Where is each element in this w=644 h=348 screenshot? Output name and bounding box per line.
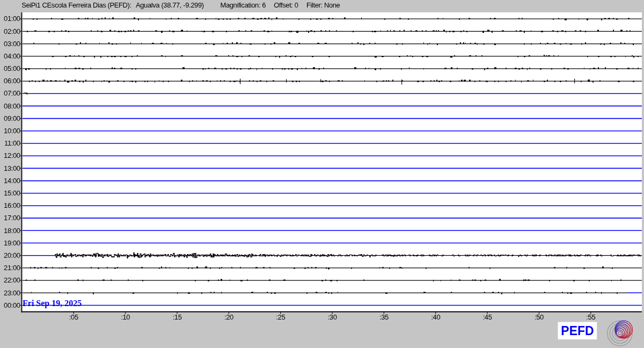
svg-text::10: :10 (121, 313, 130, 321)
svg-text:16:00: 16:00 (4, 201, 20, 209)
svg-text:Fri Sep 19, 2025: Fri Sep 19, 2025 (23, 299, 82, 308)
svg-text::20: :20 (224, 313, 233, 321)
svg-text:08:00: 08:00 (4, 102, 20, 110)
svg-text:11:00: 11:00 (4, 139, 20, 147)
svg-text:13:00: 13:00 (4, 164, 20, 172)
svg-text:00:00: 00:00 (4, 301, 20, 309)
svg-text::40: :40 (431, 313, 440, 321)
svg-text::25: :25 (276, 313, 285, 321)
svg-text:10:00: 10:00 (4, 127, 20, 135)
svg-text:18:00: 18:00 (4, 227, 20, 235)
svg-text:22:00: 22:00 (4, 276, 20, 284)
svg-text:12:00: 12:00 (4, 151, 20, 160)
svg-text:02:00: 02:00 (4, 27, 20, 35)
svg-text::30: :30 (328, 313, 337, 321)
svg-text:21:00: 21:00 (4, 264, 20, 272)
svg-text:19:00: 19:00 (4, 239, 20, 247)
svg-text:23:00: 23:00 (4, 289, 20, 297)
svg-text:01:00: 01:00 (4, 15, 20, 23)
svg-text:06:00: 06:00 (4, 77, 20, 85)
svg-text::50: :50 (535, 313, 544, 321)
svg-text:03:00: 03:00 (4, 40, 20, 48)
svg-text:09:00: 09:00 (4, 114, 20, 122)
svg-text:15:00: 15:00 (4, 189, 20, 197)
svg-text:20:00: 20:00 (4, 251, 20, 259)
svg-text:Magnification: 6: Magnification: 6 (221, 1, 266, 9)
svg-text::05: :05 (69, 313, 78, 321)
svg-text:04:00: 04:00 (4, 52, 20, 60)
svg-text:17:00: 17:00 (4, 214, 20, 222)
svg-text::55: :55 (586, 313, 595, 321)
svg-text::35: :35 (379, 313, 389, 321)
svg-text:07:00: 07:00 (4, 89, 20, 97)
svg-text:Filter: None: Filter: None (306, 1, 340, 9)
svg-text:SeiPi1 CEscola Ferreira Dias (: SeiPi1 CEscola Ferreira Dias (PEFD): (21, 1, 131, 9)
svg-text:Offset: 0: Offset: 0 (274, 1, 298, 9)
svg-text:Agualva (38.77, -9.299): Agualva (38.77, -9.299) (136, 1, 204, 9)
svg-text::45: :45 (483, 313, 492, 321)
svg-text:14:00: 14:00 (4, 177, 20, 185)
svg-text:05:00: 05:00 (4, 64, 20, 73)
svg-text:PEFD: PEFD (561, 324, 594, 338)
svg-text::15: :15 (173, 313, 182, 321)
